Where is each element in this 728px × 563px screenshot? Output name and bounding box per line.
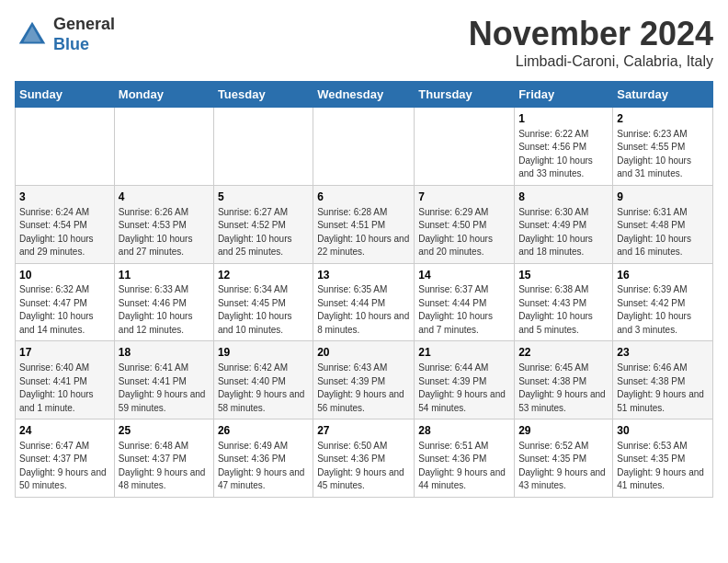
day-info: Sunrise: 6:39 AM Sunset: 4:42 PM Dayligh… bbox=[617, 283, 709, 337]
weekday-header-wednesday: Wednesday bbox=[313, 82, 415, 108]
day-number: 21 bbox=[418, 345, 510, 361]
calendar-cell: 26Sunrise: 6:49 AM Sunset: 4:36 PM Dayli… bbox=[213, 419, 313, 498]
day-info: Sunrise: 6:52 AM Sunset: 4:35 PM Dayligh… bbox=[518, 440, 609, 493]
day-number: 5 bbox=[218, 190, 309, 205]
calendar-cell: 17Sunrise: 6:40 AM Sunset: 4:41 PM Dayli… bbox=[16, 341, 115, 419]
day-info: Sunrise: 6:46 AM Sunset: 4:38 PM Dayligh… bbox=[617, 362, 709, 415]
logo-general-text: General bbox=[53, 15, 115, 35]
day-info: Sunrise: 6:48 AM Sunset: 4:37 PM Dayligh… bbox=[119, 440, 210, 493]
calendar-week-5: 24Sunrise: 6:47 AM Sunset: 4:37 PM Dayli… bbox=[16, 419, 713, 498]
day-number: 9 bbox=[617, 190, 709, 205]
day-number: 12 bbox=[218, 268, 309, 283]
calendar-cell: 29Sunrise: 6:52 AM Sunset: 4:35 PM Dayli… bbox=[515, 419, 613, 498]
day-number: 10 bbox=[19, 268, 110, 283]
day-number: 24 bbox=[19, 423, 110, 439]
day-number: 8 bbox=[518, 190, 609, 205]
calendar-cell: 9Sunrise: 6:31 AM Sunset: 4:48 PM Daylig… bbox=[613, 185, 713, 263]
day-number: 2 bbox=[617, 111, 709, 127]
day-info: Sunrise: 6:28 AM Sunset: 4:51 PM Dayligh… bbox=[317, 206, 410, 259]
day-number: 17 bbox=[19, 345, 110, 361]
calendar-cell: 25Sunrise: 6:48 AM Sunset: 4:37 PM Dayli… bbox=[114, 419, 213, 498]
calendar-cell: 10Sunrise: 6:32 AM Sunset: 4:47 PM Dayli… bbox=[16, 263, 115, 341]
calendar-cell: 28Sunrise: 6:51 AM Sunset: 4:36 PM Dayli… bbox=[415, 419, 515, 498]
calendar-cell: 18Sunrise: 6:41 AM Sunset: 4:41 PM Dayli… bbox=[114, 341, 213, 419]
day-number: 3 bbox=[19, 190, 110, 205]
day-number: 13 bbox=[317, 268, 410, 283]
day-info: Sunrise: 6:32 AM Sunset: 4:47 PM Dayligh… bbox=[19, 283, 110, 337]
day-number: 29 bbox=[518, 423, 609, 439]
day-info: Sunrise: 6:24 AM Sunset: 4:54 PM Dayligh… bbox=[19, 206, 110, 259]
day-info: Sunrise: 6:50 AM Sunset: 4:36 PM Dayligh… bbox=[317, 440, 410, 493]
day-number: 27 bbox=[317, 423, 410, 439]
calendar-title-area: November 2024 Limbadi-Caroni, Calabria, … bbox=[469, 15, 713, 70]
calendar-cell: 19Sunrise: 6:42 AM Sunset: 4:40 PM Dayli… bbox=[213, 341, 313, 419]
day-number: 22 bbox=[518, 345, 609, 361]
day-info: Sunrise: 6:33 AM Sunset: 4:46 PM Dayligh… bbox=[119, 283, 210, 337]
day-number: 6 bbox=[317, 190, 410, 205]
day-number: 23 bbox=[617, 345, 709, 361]
day-info: Sunrise: 6:41 AM Sunset: 4:41 PM Dayligh… bbox=[119, 362, 210, 415]
weekday-header-friday: Friday bbox=[515, 82, 613, 108]
calendar-cell: 8Sunrise: 6:30 AM Sunset: 4:49 PM Daylig… bbox=[515, 185, 613, 263]
calendar-cell bbox=[313, 108, 415, 186]
day-number: 20 bbox=[317, 345, 410, 361]
calendar-cell: 27Sunrise: 6:50 AM Sunset: 4:36 PM Dayli… bbox=[313, 419, 415, 498]
calendar-week-3: 10Sunrise: 6:32 AM Sunset: 4:47 PM Dayli… bbox=[16, 263, 713, 341]
calendar-cell: 7Sunrise: 6:29 AM Sunset: 4:50 PM Daylig… bbox=[415, 185, 515, 263]
day-info: Sunrise: 6:51 AM Sunset: 4:36 PM Dayligh… bbox=[418, 440, 510, 493]
day-info: Sunrise: 6:42 AM Sunset: 4:40 PM Dayligh… bbox=[218, 362, 309, 415]
day-info: Sunrise: 6:29 AM Sunset: 4:50 PM Dayligh… bbox=[418, 206, 510, 259]
day-info: Sunrise: 6:47 AM Sunset: 4:37 PM Dayligh… bbox=[19, 440, 110, 493]
day-info: Sunrise: 6:34 AM Sunset: 4:45 PM Dayligh… bbox=[218, 283, 309, 337]
calendar-cell: 3Sunrise: 6:24 AM Sunset: 4:54 PM Daylig… bbox=[16, 185, 115, 263]
logo-icon bbox=[15, 17, 50, 52]
day-number: 25 bbox=[119, 423, 210, 439]
day-number: 4 bbox=[119, 190, 210, 205]
day-info: Sunrise: 6:35 AM Sunset: 4:44 PM Dayligh… bbox=[317, 283, 410, 337]
location-title: Limbadi-Caroni, Calabria, Italy bbox=[469, 53, 713, 70]
day-number: 11 bbox=[119, 268, 210, 283]
day-info: Sunrise: 6:37 AM Sunset: 4:44 PM Dayligh… bbox=[418, 283, 510, 337]
calendar-week-2: 3Sunrise: 6:24 AM Sunset: 4:54 PM Daylig… bbox=[16, 185, 713, 263]
weekday-header-sunday: Sunday bbox=[16, 82, 115, 108]
calendar-table: SundayMondayTuesdayWednesdayThursdayFrid… bbox=[15, 81, 713, 498]
day-info: Sunrise: 6:49 AM Sunset: 4:36 PM Dayligh… bbox=[218, 440, 309, 493]
calendar-cell: 24Sunrise: 6:47 AM Sunset: 4:37 PM Dayli… bbox=[16, 419, 115, 498]
calendar-cell: 30Sunrise: 6:53 AM Sunset: 4:35 PM Dayli… bbox=[613, 419, 713, 498]
calendar-cell: 14Sunrise: 6:37 AM Sunset: 4:44 PM Dayli… bbox=[415, 263, 515, 341]
day-number: 18 bbox=[119, 345, 210, 361]
day-info: Sunrise: 6:43 AM Sunset: 4:39 PM Dayligh… bbox=[317, 362, 410, 415]
day-info: Sunrise: 6:40 AM Sunset: 4:41 PM Dayligh… bbox=[19, 362, 110, 415]
calendar-cell: 23Sunrise: 6:46 AM Sunset: 4:38 PM Dayli… bbox=[613, 341, 713, 419]
day-number: 1 bbox=[518, 111, 609, 127]
day-info: Sunrise: 6:45 AM Sunset: 4:38 PM Dayligh… bbox=[518, 362, 609, 415]
day-number: 14 bbox=[418, 268, 510, 283]
calendar-cell: 11Sunrise: 6:33 AM Sunset: 4:46 PM Dayli… bbox=[114, 263, 213, 341]
day-number: 26 bbox=[218, 423, 309, 439]
day-info: Sunrise: 6:38 AM Sunset: 4:43 PM Dayligh… bbox=[518, 283, 609, 337]
page-header: General Blue November 2024 Limbadi-Caron… bbox=[15, 15, 713, 70]
calendar-cell: 4Sunrise: 6:26 AM Sunset: 4:53 PM Daylig… bbox=[114, 185, 213, 263]
calendar-cell: 2Sunrise: 6:23 AM Sunset: 4:55 PM Daylig… bbox=[613, 108, 713, 186]
day-info: Sunrise: 6:31 AM Sunset: 4:48 PM Dayligh… bbox=[617, 206, 709, 259]
day-info: Sunrise: 6:53 AM Sunset: 4:35 PM Dayligh… bbox=[617, 440, 709, 493]
weekday-header-thursday: Thursday bbox=[415, 82, 515, 108]
day-info: Sunrise: 6:30 AM Sunset: 4:49 PM Dayligh… bbox=[518, 206, 609, 259]
day-number: 16 bbox=[617, 268, 709, 283]
calendar-cell: 21Sunrise: 6:44 AM Sunset: 4:39 PM Dayli… bbox=[415, 341, 515, 419]
day-info: Sunrise: 6:23 AM Sunset: 4:55 PM Dayligh… bbox=[617, 128, 709, 181]
weekday-header-saturday: Saturday bbox=[613, 82, 713, 108]
calendar-cell: 16Sunrise: 6:39 AM Sunset: 4:42 PM Dayli… bbox=[613, 263, 713, 341]
day-number: 7 bbox=[418, 190, 510, 205]
calendar-cell bbox=[213, 108, 313, 186]
day-info: Sunrise: 6:44 AM Sunset: 4:39 PM Dayligh… bbox=[418, 362, 510, 415]
logo-blue-text: Blue bbox=[53, 35, 115, 55]
calendar-cell: 5Sunrise: 6:27 AM Sunset: 4:52 PM Daylig… bbox=[213, 185, 313, 263]
calendar-week-1: 1Sunrise: 6:22 AM Sunset: 4:56 PM Daylig… bbox=[16, 108, 713, 186]
day-number: 30 bbox=[617, 423, 709, 439]
day-number: 15 bbox=[518, 268, 609, 283]
calendar-cell: 6Sunrise: 6:28 AM Sunset: 4:51 PM Daylig… bbox=[313, 185, 415, 263]
calendar-cell: 15Sunrise: 6:38 AM Sunset: 4:43 PM Dayli… bbox=[515, 263, 613, 341]
calendar-cell bbox=[114, 108, 213, 186]
day-info: Sunrise: 6:26 AM Sunset: 4:53 PM Dayligh… bbox=[119, 206, 210, 259]
